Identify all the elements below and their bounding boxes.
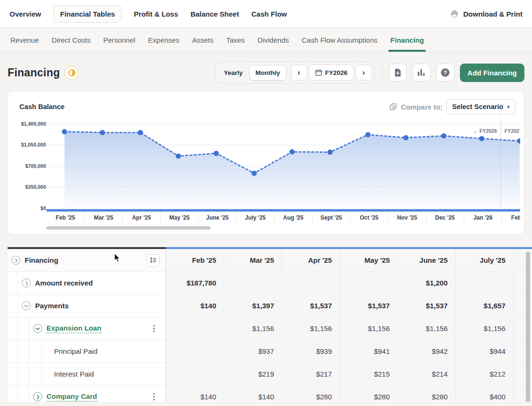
period-option-yearly[interactable]: Yearly xyxy=(218,65,248,80)
cell-mar-25: $1,397 xyxy=(224,295,282,317)
chevron-right-circle-icon[interactable]: ❯ xyxy=(33,392,42,401)
download-print-label: Download & Print xyxy=(463,10,523,18)
cash-balance-chart: $1,400,000$1,050,000$700,000$350,000$0← … xyxy=(12,117,520,230)
cell-may-25: $280 xyxy=(339,386,397,402)
table-row-amount-received: ❯Amount received$187,780$1,200 xyxy=(8,272,532,295)
column-header-mar-25: Mar '25 xyxy=(224,249,282,271)
x-axis-label-apr-25: Apr '25 xyxy=(122,212,160,224)
top-tab-overview[interactable]: Overview xyxy=(9,10,41,18)
top-navigation: OverviewFinancial TablesProfit & LossBal… xyxy=(0,0,532,28)
x-axis-label-may-25: May '25 xyxy=(160,212,198,224)
svg-text:FY2027: FY2027 xyxy=(504,128,520,134)
kebab-menu-icon[interactable]: ⋮ xyxy=(142,392,165,402)
cell-june-25: $1,537 xyxy=(397,295,455,317)
subnav-item-financing[interactable]: Financing xyxy=(390,28,424,52)
cell-apr-25: $1,537 xyxy=(282,295,339,317)
chart-horizontal-scrollbar[interactable] xyxy=(46,226,211,230)
column-header-july-25: July '25 xyxy=(455,249,513,271)
cell-apr-25: $1,156 xyxy=(282,317,339,340)
x-axis-label-june-25: June '25 xyxy=(198,212,236,224)
period-toggle: YearlyMonthly xyxy=(218,65,286,81)
indent-gutter xyxy=(18,386,29,402)
svg-text:$350,000: $350,000 xyxy=(25,184,46,190)
cell-feb-25: $187,780 xyxy=(166,272,224,294)
export-file-button[interactable] xyxy=(389,64,407,82)
table-row-payments: ❯Payments$140$1,397$1,537$1,537$1,537$1,… xyxy=(8,295,532,317)
x-axis-label-oct-25: Oct '25 xyxy=(350,212,388,224)
subnav-item-direct-costs[interactable]: Direct Costs xyxy=(52,28,91,52)
indent-gutter xyxy=(29,363,42,385)
chart-view-button[interactable] xyxy=(413,64,431,82)
indent-gutter xyxy=(18,340,29,362)
cell-may-25: $1,537 xyxy=(339,295,397,317)
cell-may-25: $215 xyxy=(339,363,397,385)
chart-title: Cash Balance xyxy=(19,103,64,111)
help-button[interactable]: ? xyxy=(436,64,454,82)
top-tab-profit-loss[interactable]: Profit & Loss xyxy=(134,10,178,18)
chart-x-axis: Feb '25Mar '25Apr '25May '25June '25July… xyxy=(46,212,520,224)
cell-feb-25 xyxy=(166,340,224,362)
indent-gutter xyxy=(8,317,18,340)
column-header-apr-25: Apr '25 xyxy=(282,249,339,271)
indent-gutter xyxy=(8,340,18,362)
fiscal-year-label: FY2026 xyxy=(325,69,348,76)
chevron-down-circle-icon[interactable]: ❯ xyxy=(33,324,42,333)
svg-text:← FY2026: ← FY2026 xyxy=(473,128,497,134)
row-label-cell: Interest Paid xyxy=(8,363,166,385)
x-axis-label-mar-25: Mar '25 xyxy=(84,212,122,224)
table-row-expansion-loan: ❯Expansion Loan⋮$1,156$1,156$1,156$1,156… xyxy=(8,317,532,340)
chevron-down-circle-icon[interactable]: ❯ xyxy=(22,301,31,310)
previous-period-button[interactable]: ‹ xyxy=(291,65,307,81)
subnav-item-dividends[interactable]: Dividends xyxy=(257,28,289,52)
financials-sub-navigation: RevenueDirect CostsPersonnelExpensesAsse… xyxy=(0,28,532,52)
cell-june-25: $280 xyxy=(397,386,455,402)
row-display-settings-button[interactable] xyxy=(147,254,160,267)
subnav-item-cash-flow-assumptions[interactable]: Cash Flow Assumptions xyxy=(302,28,377,52)
toolbar: YearlyMonthly ‹ FY2026 › xyxy=(215,62,524,83)
cell-july-25: $1,156 xyxy=(455,317,513,340)
table-vertical-scrollbar[interactable] xyxy=(526,252,530,402)
row-label[interactable]: Company Card xyxy=(46,392,97,402)
subnav-item-personnel[interactable]: Personnel xyxy=(103,28,136,52)
indent-gutter xyxy=(18,363,29,385)
page-title: Financing xyxy=(8,66,60,79)
x-axis-label-dec-25: Dec '25 xyxy=(426,212,464,224)
cell-july-25: $944 xyxy=(455,340,513,362)
indent-gutter xyxy=(8,363,18,385)
chevron-right-circle-icon[interactable]: ❯ xyxy=(11,256,20,265)
scenario-select[interactable]: Select Scenario ▾ xyxy=(446,99,515,114)
subnav-item-revenue[interactable]: Revenue xyxy=(10,28,39,52)
row-label[interactable]: Expansion Loan xyxy=(46,324,101,333)
chevron-right-circle-icon[interactable]: ❯ xyxy=(22,278,31,287)
row-label-cell: Principal Paid xyxy=(8,340,166,362)
cell-july-25: $1,657 xyxy=(455,295,513,317)
cell-feb-25: $140 xyxy=(166,386,224,402)
subnav-item-assets[interactable]: Assets xyxy=(192,28,213,52)
subnav-item-taxes[interactable]: Taxes xyxy=(226,28,245,52)
top-tab-balance-sheet[interactable]: Balance Sheet xyxy=(191,10,239,18)
table-corner-label: Financing xyxy=(25,256,58,264)
row-label-cell: ❯Expansion Loan⋮ xyxy=(8,317,166,340)
column-header-feb-25: Feb '25 xyxy=(166,249,224,271)
x-axis-label-aug-25: Aug '25 xyxy=(274,212,312,224)
cell-july-25: $400 xyxy=(455,386,513,402)
cell-mar-25: $937 xyxy=(224,340,282,362)
kebab-menu-icon[interactable]: ⋮ xyxy=(142,323,165,333)
period-option-monthly[interactable]: Monthly xyxy=(249,65,286,81)
x-axis-label-sept-25: Sept '25 xyxy=(312,212,350,224)
next-period-button[interactable]: › xyxy=(356,65,372,81)
table-row-company-card: ❯Company Card⋮$140$140$280$280$280$400 xyxy=(8,386,532,402)
calendar-icon xyxy=(315,69,322,76)
top-tab-financial-tables[interactable]: Financial Tables xyxy=(54,5,122,23)
period-and-year-controls: YearlyMonthly ‹ FY2026 › xyxy=(215,62,375,83)
add-financing-button[interactable]: Add Financing xyxy=(460,64,524,82)
subnav-item-expenses[interactable]: Expenses xyxy=(148,28,179,52)
cell-apr-25 xyxy=(282,272,339,294)
bar-chart-icon xyxy=(417,69,425,76)
top-tab-cash-flow[interactable]: Cash Flow xyxy=(251,10,287,18)
chart-plot-area: $1,400,000$1,050,000$700,000$350,000$0← … xyxy=(12,117,520,212)
download-print-button[interactable]: Download & Print xyxy=(450,9,523,18)
table-header-row: ❯FinancingFeb '25Mar '25Apr '25May '25Ju… xyxy=(8,249,532,272)
fiscal-year-button[interactable]: FY2026 xyxy=(309,65,354,81)
row-label-cell: ❯Amount received xyxy=(8,272,166,294)
